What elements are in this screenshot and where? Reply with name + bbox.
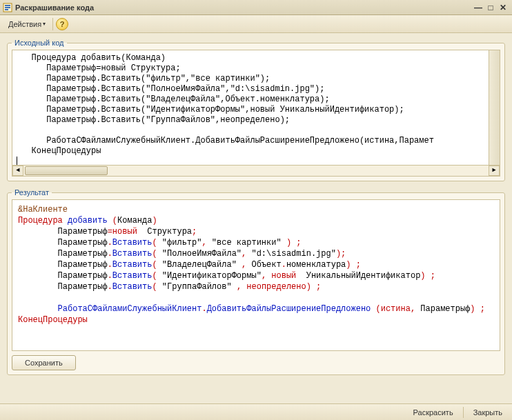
svg-rect-3: [5, 9, 8, 10]
save-row: Сохранить: [12, 355, 500, 370]
result-legend: Результат: [12, 188, 52, 197]
result-textarea[interactable]: &НаКлиенте Процедура добавить (Команда) …: [12, 199, 500, 351]
maximize-button[interactable]: □: [484, 2, 497, 13]
source-textarea[interactable]: Процедура добавить(Команда) Параметрыф=н…: [12, 50, 500, 165]
svg-rect-1: [5, 5, 10, 6]
minimize-button[interactable]: —: [472, 2, 484, 13]
scroll-left-icon[interactable]: ◄: [12, 166, 23, 176]
app-icon: [3, 3, 12, 12]
content-area: Исходный код Процедура добавить(Команда)…: [0, 33, 512, 403]
actions-label: Действия: [8, 20, 41, 28]
toolbar-separator: [52, 18, 53, 30]
save-button[interactable]: Сохранить: [12, 355, 76, 370]
source-vscrollbar[interactable]: [489, 50, 500, 165]
source-hscrollbar[interactable]: ◄ ►: [12, 165, 500, 176]
titlebar: Раскрашивание кода — □ ✕: [0, 0, 512, 15]
scroll-thumb[interactable]: [25, 166, 108, 175]
scroll-track[interactable]: [23, 166, 489, 176]
actions-menu[interactable]: Действия ▾: [4, 19, 50, 30]
source-fieldset: Исходный код Процедура добавить(Команда)…: [7, 39, 505, 181]
window-title: Раскрашивание кода: [15, 3, 472, 12]
footer: Раскрасить Закрыть: [0, 403, 512, 420]
close-window-button[interactable]: ✕: [497, 2, 509, 13]
source-legend: Исходный код: [12, 39, 67, 47]
scroll-right-icon[interactable]: ►: [489, 166, 500, 176]
footer-separator: [463, 407, 464, 418]
close-button[interactable]: Закрыть: [469, 407, 506, 418]
result-fieldset: Результат &НаКлиенте Процедура добавить …: [7, 188, 505, 375]
toolbar: Действия ▾ ?: [0, 15, 512, 33]
colorize-button[interactable]: Раскрасить: [409, 407, 457, 418]
chevron-down-icon: ▾: [43, 21, 46, 27]
help-button[interactable]: ?: [56, 18, 68, 30]
source-code-box: Процедура добавить(Команда) Параметрыф=н…: [12, 50, 500, 177]
svg-rect-2: [5, 7, 10, 8]
